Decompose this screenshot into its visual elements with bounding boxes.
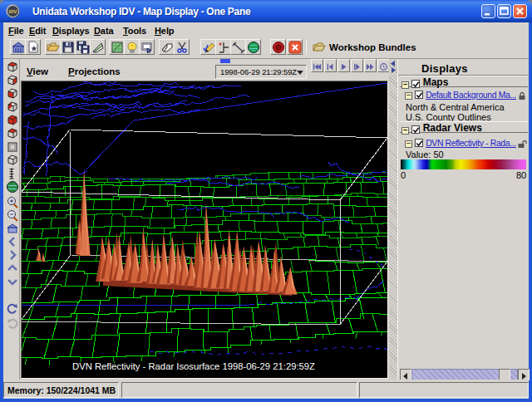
svg-text:DVN Reflectivity - Radar Isosu: DVN Reflectivity - Radar Isosurface 1998… xyxy=(72,361,315,371)
svg-text:IDV: IDV xyxy=(8,9,17,14)
